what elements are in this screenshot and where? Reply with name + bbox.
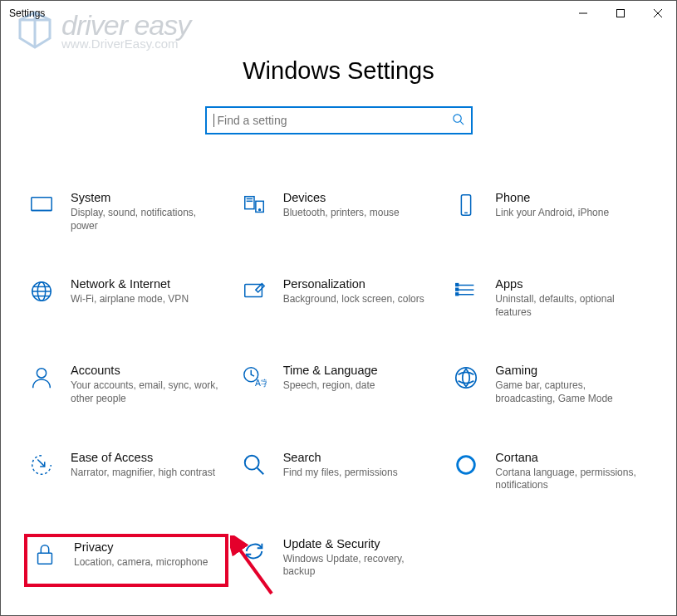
svg-rect-25 xyxy=(456,288,459,291)
tile-desc: Your accounts, email, sync, work, other … xyxy=(71,379,220,405)
svg-rect-34 xyxy=(38,553,52,564)
svg-rect-24 xyxy=(456,284,459,286)
tile-apps[interactable]: AppsUninstall, defaults, optional featur… xyxy=(449,274,653,327)
tile-accounts[interactable]: AccountsYour accounts, email, sync, work… xyxy=(24,360,228,413)
tile-devices[interactable]: DevicesBluetooth, printers, mouse xyxy=(237,188,441,241)
svg-point-33 xyxy=(458,456,475,473)
tile-update-security[interactable]: Update & SecurityWindows Update, recover… xyxy=(237,534,441,587)
svg-point-27 xyxy=(37,369,46,378)
tile-desc: Find my files, permissions xyxy=(283,467,398,480)
tile-title: Search xyxy=(283,451,398,464)
svg-line-5 xyxy=(460,121,464,125)
network-icon xyxy=(27,277,56,306)
maximize-button[interactable] xyxy=(601,1,639,26)
time-language-icon: A字 xyxy=(240,364,268,392)
tile-desc: Uninstall, defaults, optional features xyxy=(495,293,645,319)
tile-phone[interactable]: PhoneLink your Android, iPhone xyxy=(449,188,653,241)
personalization-icon xyxy=(240,277,268,306)
tile-title: Gaming xyxy=(495,364,645,377)
tile-desc: Display, sound, notifications, power xyxy=(71,207,220,232)
tile-title: Privacy xyxy=(74,540,208,554)
svg-point-30 xyxy=(456,368,476,388)
tile-desc: Narrator, magnifier, high contrast xyxy=(71,467,215,480)
svg-point-10 xyxy=(258,209,260,211)
tile-system[interactable]: SystemDisplay, sound, notifications, pow… xyxy=(24,188,228,241)
search-icon xyxy=(452,113,464,128)
svg-point-4 xyxy=(453,115,460,122)
tile-title: Accounts xyxy=(71,364,220,377)
tile-title: Update & Security xyxy=(283,537,433,550)
tile-title: System xyxy=(71,191,220,204)
search-placeholder: Find a setting xyxy=(213,114,452,127)
tile-title: Ease of Access xyxy=(71,451,215,464)
svg-rect-1 xyxy=(616,10,624,17)
svg-rect-13 xyxy=(462,195,471,215)
tile-time-language[interactable]: A字 Time & LanguageSpeech, region, date xyxy=(237,360,441,413)
svg-point-31 xyxy=(244,455,258,469)
tile-desc: Windows Update, recovery, backup xyxy=(283,553,433,579)
tile-title: Personalization xyxy=(283,277,424,291)
tile-desc: Location, camera, microphone xyxy=(74,556,208,570)
tile-desc: Wi-Fi, airplane mode, VPN xyxy=(71,293,189,306)
tile-title: Phone xyxy=(495,191,609,204)
search-input[interactable]: Find a setting xyxy=(205,106,473,134)
tile-desc: Speech, region, date xyxy=(283,379,378,393)
tile-gaming[interactable]: GamingGame bar, captures, broadcasting, … xyxy=(449,360,653,413)
window-title: Settings xyxy=(9,7,45,19)
settings-grid: SystemDisplay, sound, notifications, pow… xyxy=(1,134,676,587)
svg-rect-6 xyxy=(32,198,52,211)
close-button[interactable] xyxy=(639,1,676,26)
tile-desc: Game bar, captures, broadcasting, Game M… xyxy=(495,379,645,405)
tile-desc: Background, lock screen, colors xyxy=(283,293,424,306)
ease-of-access-icon xyxy=(27,451,56,479)
tile-title: Cortana xyxy=(495,451,645,464)
tile-desc: Link your Android, iPhone xyxy=(495,207,609,220)
minimize-button[interactable] xyxy=(564,1,601,26)
cortana-icon xyxy=(452,451,480,479)
system-icon xyxy=(27,191,56,219)
devices-icon xyxy=(240,191,268,219)
tile-personalization[interactable]: PersonalizationBackground, lock screen, … xyxy=(237,274,441,327)
tile-title: Apps xyxy=(495,277,645,291)
update-icon xyxy=(240,537,268,565)
tile-title: Network & Internet xyxy=(71,277,189,291)
svg-rect-26 xyxy=(456,293,459,296)
titlebar: Settings xyxy=(1,1,676,26)
accounts-icon xyxy=(27,364,56,392)
svg-line-32 xyxy=(257,467,263,474)
watermark-sub: www.DriverEasy.com xyxy=(61,38,190,50)
gaming-icon xyxy=(452,364,480,392)
tile-search[interactable]: SearchFind my files, permissions xyxy=(237,447,441,501)
tile-desc: Bluetooth, printers, mouse xyxy=(283,207,400,220)
tile-ease-of-access[interactable]: Ease of AccessNarrator, magnifier, high … xyxy=(24,447,228,501)
tile-desc: Cortana language, permissions, notificat… xyxy=(495,467,645,492)
page-title: Windows Settings xyxy=(1,57,676,85)
search-tile-icon xyxy=(240,451,268,479)
apps-icon xyxy=(452,277,480,306)
svg-text:A字: A字 xyxy=(255,379,267,389)
lock-icon xyxy=(31,540,59,569)
tile-title: Devices xyxy=(283,191,400,204)
phone-icon xyxy=(452,191,480,219)
tile-title: Time & Language xyxy=(283,364,378,377)
tile-privacy[interactable]: PrivacyLocation, camera, microphone xyxy=(24,534,228,587)
tile-cortana[interactable]: CortanaCortana language, permissions, no… xyxy=(449,447,653,501)
tile-network[interactable]: Network & InternetWi-Fi, airplane mode, … xyxy=(24,274,228,327)
